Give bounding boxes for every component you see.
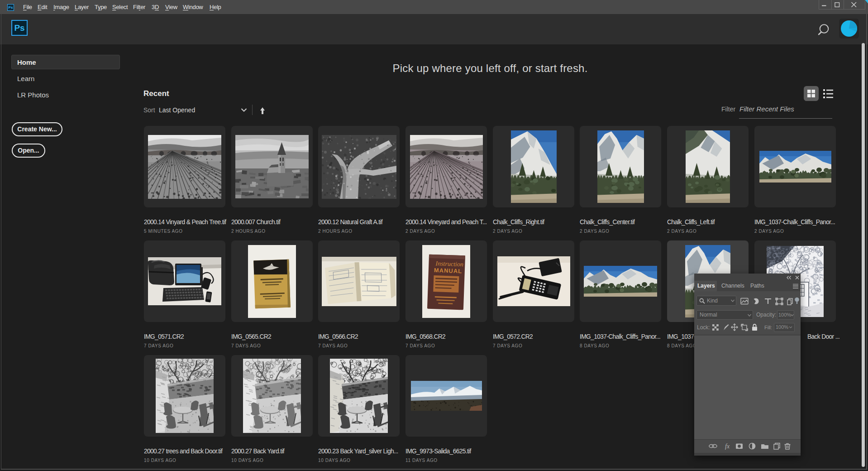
svg-text:MANUAL: MANUAL xyxy=(434,267,463,274)
svg-text:fx: fx xyxy=(725,443,730,450)
